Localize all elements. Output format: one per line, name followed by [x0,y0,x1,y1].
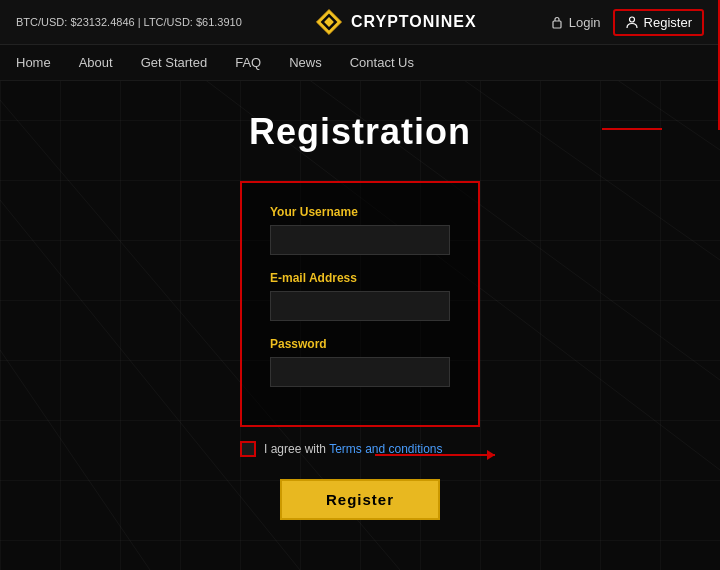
top-bar: BTC/USD: $23132.4846 | LTC/USD: $61.3910… [0,0,720,45]
nav-about[interactable]: About [79,55,113,70]
annotation-line-right-h [602,128,662,130]
user-icon [625,15,639,29]
login-label: Login [569,15,601,30]
email-input[interactable] [270,291,450,321]
register-button-header[interactable]: Register [613,9,704,36]
nav-news[interactable]: News [289,55,322,70]
svg-rect-11 [553,21,561,28]
register-submit-button[interactable]: Register [280,479,440,520]
lock-icon [550,15,564,29]
password-field-group: Password [270,337,450,387]
main-content: Registration Your Username E-mail Addres… [0,81,720,520]
password-input[interactable] [270,357,450,387]
form-container: Your Username E-mail Address Password I … [240,181,480,520]
registration-form: Your Username E-mail Address Password [240,181,480,427]
logo-area: CRYPTONINEX [315,8,477,36]
login-button[interactable]: Login [550,15,601,30]
annotation-arrow-left [375,454,495,456]
username-label: Your Username [270,205,450,219]
nav-faq[interactable]: FAQ [235,55,261,70]
ticker-text: BTC/USD: $23132.4846 | LTC/USD: $61.3910 [16,16,242,28]
nav-bar: Home About Get Started FAQ News Contact … [0,45,720,81]
logo-text: CRYPTONINEX [351,13,477,31]
auth-buttons: Login Register [550,9,704,36]
logo-icon [315,8,343,36]
register-header-label: Register [644,15,692,30]
email-field-group: E-mail Address [270,271,450,321]
username-field-group: Your Username [270,205,450,255]
username-input[interactable] [270,225,450,255]
email-label: E-mail Address [270,271,450,285]
nav-get-started[interactable]: Get Started [141,55,207,70]
page-title: Registration [249,111,471,153]
nav-home[interactable]: Home [16,55,51,70]
password-label: Password [270,337,450,351]
svg-point-12 [629,17,634,22]
nav-contact[interactable]: Contact Us [350,55,414,70]
terms-checkbox[interactable] [240,441,256,457]
